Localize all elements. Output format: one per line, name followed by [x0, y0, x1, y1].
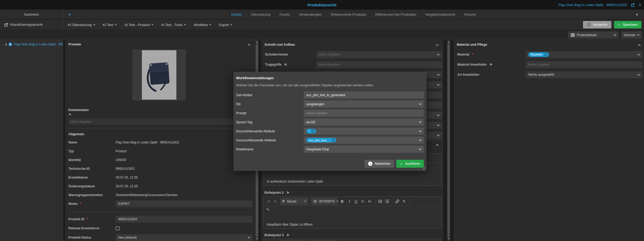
chip-remove-icon[interactable]: × [332, 138, 335, 142]
include-attributes-chip[interactable]: *× [306, 129, 316, 133]
auszuschliessende-attribute-select[interactable]: acc_pim_text_...× [304, 137, 424, 144]
run-button[interactable]: ✓ Ausführen [396, 160, 424, 168]
schulterriemen-select[interactable]: keine Angaben [316, 51, 442, 58]
marke-input[interactable]: ESPRIT [116, 200, 253, 207]
bullet-list-icon[interactable] [377, 198, 383, 205]
info-row-aenderungsdatum: Änderungsdatum 29.07.25, 12:35 [65, 182, 255, 191]
product-view-app: Produktansicht Flap Over-Bag in Leder-Op… [0, 0, 644, 241]
cancel-button[interactable]: × Abbrechen [364, 160, 394, 168]
kommentar-input[interactable]: keine Angaben [68, 119, 252, 125]
classification-view-switch[interactable]: Klassifizierungsansicht [0, 20, 63, 30]
schulterriemen-row: Schulterriemen keine Angaben [261, 49, 443, 60]
left-details-panel: Preview Kommen [65, 40, 255, 241]
info-row-warengruppenstruktur: Warengruppenstruktur /Sortiment/Bekleidu… [65, 191, 255, 199]
tree-item-product[interactable]: P Flap Over-Bag in Leder-Optik - 990 [0, 40, 63, 46]
sprach-tag-select[interactable]: de-DE [304, 119, 424, 126]
menu-workflow[interactable]: Workflow [194, 23, 211, 27]
release-ecommerce-checkbox[interactable] [116, 226, 120, 230]
info-value: 29.07.25, 12:35 [116, 184, 138, 188]
highlighter-icon[interactable]: ✎ [401, 198, 407, 205]
bulletpoint2-flag-icon[interactable]: ⚑ [286, 191, 290, 195]
collapse-right-panel-icon[interactable]: « [636, 12, 638, 17]
tragegriffe-flag-icon[interactable]: ⚑ [284, 63, 287, 67]
scrollbar-thumb[interactable] [447, 44, 450, 237]
material-innenfutter-input[interactable]: keine Angaben [526, 61, 642, 68]
auszuschliessende-attribute-row: Auszuschliessende Attribute acc_pim_text… [236, 137, 424, 144]
scroll-up-arrow[interactable] [448, 41, 450, 43]
produkt-status-select[interactable]: Neu (default) [116, 234, 253, 241]
paragraph-select[interactable]: PAbsatz [280, 240, 308, 241]
wysiwyg-mode-select[interactable]: WYSIWYG [311, 198, 337, 205]
scroll-down-arrow[interactable] [256, 238, 258, 240]
stil-select[interactable]: ausgewogen [304, 100, 424, 108]
tab-historie[interactable]: Historie [464, 12, 476, 16]
info-row-technische-id: Technische ID 990EA1O302 [65, 164, 255, 173]
underline-icon[interactable]: U [353, 198, 359, 205]
tab-details[interactable]: Details [231, 12, 242, 16]
redo-icon[interactable]: ↻ [272, 198, 279, 205]
page-title: Produktansicht [0, 3, 644, 7]
tab-assets[interactable]: Assets [279, 12, 290, 16]
scroll-down-arrow[interactable] [448, 238, 450, 240]
kommentar-flag-icon[interactable]: ⚑ [68, 113, 72, 117]
tree-expand-icon[interactable] [5, 43, 7, 46]
tab-verwendungen[interactable]: Verwendungen [299, 12, 322, 16]
chip-remove-icon[interactable]: × [311, 129, 315, 133]
language-select[interactable]: German [621, 31, 642, 39]
modellname-select[interactable]: DeepSeek Chat [304, 146, 424, 153]
menu-ai-text-tools[interactable]: AI Text - Tools [161, 23, 186, 27]
middle-panel-scrollbar[interactable] [447, 40, 450, 241]
open-external-icon[interactable] [631, 3, 635, 7]
menu-ki-text[interactable]: KI Text [103, 23, 117, 27]
superscript-icon[interactable]: X1 [367, 198, 373, 205]
assortment-tree-panel: P Flap Over-Bag in Leder-Optik - 990 [0, 40, 63, 241]
wysiwyg-mode-select[interactable]: WYSIWYG [311, 240, 337, 241]
tab-referenzierte-produkte[interactable]: Referenzierte Produkte [331, 12, 366, 16]
bold-icon[interactable]: B [339, 198, 345, 205]
schnitt-collapse-icon[interactable] [436, 44, 439, 47]
tab-uebersetzung[interactable]: Übersetzung [251, 12, 271, 16]
material-chip[interactable]: Rauleder × [528, 52, 549, 57]
subscript-icon[interactable]: X1 [360, 198, 366, 205]
view-layout-select[interactable]: Produktdetails [568, 31, 619, 39]
preview-collapse-icon[interactable] [248, 44, 250, 46]
required-asterisk: * [80, 202, 81, 206]
info-row-identitaet: Identität 109303 [65, 155, 255, 164]
collapse-sidebar-icon[interactable]: « [68, 12, 71, 17]
menu-ki-uebersetzung[interactable]: KI Übersetzung [68, 23, 95, 27]
product-name-link[interactable]: Flap Over-Bag in Leder-Optik - 990EA1O30… [558, 3, 627, 7]
material-select[interactable]: Rauleder × [526, 51, 642, 58]
discard-button[interactable]: × Verwerfen [583, 21, 611, 28]
produkt-id-input[interactable]: 990EA1O302 [116, 216, 253, 223]
link-icon[interactable] [394, 198, 401, 205]
chip-remove-icon[interactable]: × [544, 53, 548, 56]
menu-export[interactable]: Export [219, 23, 232, 27]
texte-collapse-icon[interactable] [436, 144, 439, 147]
product-image [142, 50, 176, 100]
info-row-name: Name Flap Over-Bag in Leder-Optik - 990E… [65, 138, 255, 147]
editor-content[interactable]: ✎ Hauptfach über Zipper zu öffnen [264, 206, 441, 229]
einzuschliessende-attribute-select[interactable]: *× [304, 128, 424, 135]
close-icon[interactable]: × [638, 2, 641, 8]
exclude-attributes-chip[interactable]: acc_pim_text_...× [306, 138, 336, 142]
ziel-attribut-input[interactable]: acc_pim_text_ki_generated [304, 91, 424, 99]
edit-pencil-icon[interactable]: ✎ [266, 207, 270, 212]
menu-ai-text-product[interactable]: AI Text - Product [124, 23, 153, 27]
scroll-up-arrow[interactable] [256, 41, 258, 43]
tab-referenziert-bei-produkten[interactable]: Referenziert bei Produkten [375, 12, 416, 16]
tragegriffe-row: Tragegriffe⚑ keine Angaben [261, 60, 443, 70]
tab-vergleichsuebersicht[interactable]: Vergleichsübersicht [425, 12, 455, 16]
numbered-list-icon[interactable] [384, 198, 390, 205]
classification-view-icon [4, 23, 8, 27]
save-button[interactable]: ✓ Speichern [614, 21, 641, 28]
art-innenfutter-select[interactable]: Nichts ausgewählt [526, 71, 642, 78]
paragraph-select[interactable]: PAbsatz [280, 198, 308, 205]
italic-icon[interactable]: I [346, 198, 352, 205]
material-collapse-icon[interactable] [638, 44, 641, 47]
tragegriffe-input[interactable]: keine Angaben [316, 61, 442, 68]
preview-section-title: Preview [68, 43, 81, 46]
prompt-input[interactable]: keine Angaben [304, 109, 424, 117]
undo-icon[interactable]: ↺ [265, 198, 272, 205]
material-innenfutter-flag-icon[interactable]: ⚑ [489, 63, 493, 67]
bulletpoint3-flag-icon[interactable]: ⚑ [286, 233, 290, 237]
